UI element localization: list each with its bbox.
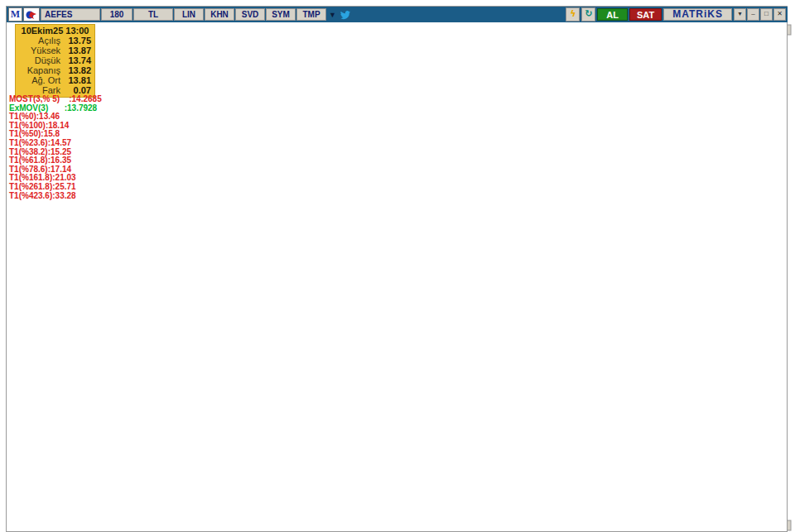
toolbar-button-sym[interactable]: SYM [266,8,296,21]
symbol-field[interactable]: AEFES [41,8,100,21]
matriks-m-icon: M [8,7,22,22]
window-minimize-button[interactable]: – [747,8,759,21]
tooltip-date: 10Ekim25 13:00 [19,26,91,36]
lightning-icon[interactable]: ϟ [566,7,580,22]
period-field[interactable]: 180 [101,8,132,21]
chevron-down-icon[interactable]: ▼ [329,11,336,19]
legend-line: T1(%261.8):25.71 [9,183,102,192]
titlebar: M AEFES 180 TL LINKHNSVDSYMTMP ▼ ϟ ↻ AL … [7,7,788,22]
window-button-group: ▾–□✕ [734,8,786,21]
tooltip-row: Kapanış13.82 [19,65,91,75]
ohlc-tooltip: 10Ekim25 13:00 Açılış13.75Yüksek13.87Düş… [15,24,95,98]
chart-window [6,6,788,532]
legend-line: MOST(3,% 5) :14.2685 [9,95,102,104]
tooltip-row: Yüksek13.87 [19,46,91,55]
window-close-button[interactable]: ✕ [773,8,786,21]
tooltip-row: Düşük13.74 [19,55,91,65]
toolbar-button-svd[interactable]: SVD [235,8,265,21]
currency-field[interactable]: TL [133,8,173,21]
tooltip-row: Ağ. Ort13.81 [19,75,91,85]
twitter-icon[interactable] [340,10,351,20]
tooltip-row: Açılış13.75 [19,36,91,46]
indicator-legend: MOST(3,% 5) :14.2685ExMOV(3) :13.7928T1(… [9,95,102,200]
window-maximize-button[interactable]: □ [760,8,773,21]
toolbar-button-group: LINKHNSVDSYMTMP [174,8,326,21]
toolbar-button-khn[interactable]: KHN [205,8,234,21]
buy-button[interactable]: AL [597,8,628,21]
sell-button[interactable]: SAT [629,8,662,21]
efes-logo-icon [23,7,40,22]
legend-line: T1(%23.6):14.57 [9,139,102,148]
window-pin-button[interactable]: ▾ [734,8,746,21]
legend-line: T1(%423.6):33.28 [9,192,102,201]
refresh-icon[interactable]: ↻ [581,7,595,22]
toolbar-button-tmp[interactable]: TMP [296,8,326,21]
matriks-brand-logo: MATRiKS [663,8,732,21]
toolbar-button-lin[interactable]: LIN [174,8,204,21]
